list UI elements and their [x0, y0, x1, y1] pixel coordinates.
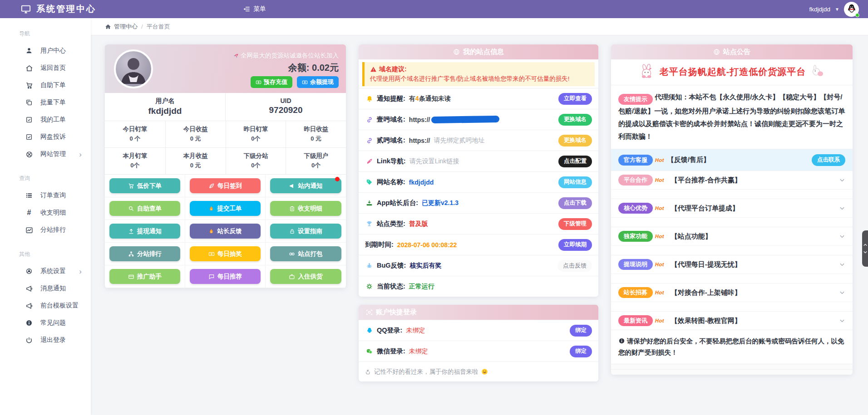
accordion-spacer: [611, 273, 853, 283]
announcement-header: 站点公告: [611, 44, 853, 59]
sub-manage-button[interactable]: 下级管理: [558, 218, 592, 230]
menu-icon: [243, 5, 250, 13]
topbar-username[interactable]: fkdjdjdd: [809, 6, 831, 13]
withdraw-notice-button[interactable]: 提现通知: [109, 224, 180, 239]
gear-icon: [365, 283, 374, 290]
megaphone-icon: [25, 285, 33, 293]
victory-hand-icon: [365, 368, 371, 375]
sidebar-item-faq[interactable]: 常见问题: [0, 314, 91, 332]
unread-count: 4: [415, 95, 419, 102]
daily-recommend-button[interactable]: 每日推荐: [190, 269, 261, 284]
low-price-order-button[interactable]: 低价下单: [109, 178, 180, 193]
edge-scroll-widget[interactable]: [862, 230, 868, 267]
banknote-icon: [256, 79, 261, 85]
finance-detail-button[interactable]: 收支明细: [270, 201, 341, 216]
user-icon: [25, 47, 33, 54]
chevron-down-icon[interactable]: [839, 317, 845, 324]
sidebar-item-site-manage[interactable]: 网站管理 ›: [0, 146, 91, 163]
sidebar-item-branch-rank[interactable]: 分站排行: [0, 221, 91, 239]
daily-checkin-button[interactable]: 每日签到: [190, 178, 261, 193]
domain1-url[interactable]: https://: [409, 116, 430, 123]
sidebar-item-disk-complaint[interactable]: 网盘投诉: [0, 128, 91, 146]
site-package-button[interactable]: 站点打包: [270, 246, 341, 261]
globe-icon: [453, 49, 460, 55]
uid-cell: UID 9720920: [225, 93, 346, 121]
accordion-spacer: [611, 302, 853, 311]
site-notice-button[interactable]: 站内通知: [270, 178, 341, 193]
configure-link-button[interactable]: 点击配置: [558, 156, 592, 167]
recharge-button[interactable]: 预存充值: [251, 76, 292, 88]
chevron-down-icon[interactable]: [839, 261, 845, 268]
view-notices-button[interactable]: 立即查看: [558, 93, 592, 105]
daily-lottery-button[interactable]: 每日抽奖: [190, 246, 261, 261]
menu-toggle[interactable]: 菜单: [243, 5, 266, 13]
sidebar-item-logout[interactable]: 退出登录: [0, 332, 91, 349]
accordion-platform-coop[interactable]: 平台合作 Hot 【平台推荐-合作共赢】: [611, 171, 853, 189]
sidebar-item-self-order[interactable]: 自助下单: [0, 77, 91, 94]
megaphone-icon: [25, 302, 33, 310]
accordion-exclusive-features[interactable]: 独家功能 Hot 【站点功能】: [611, 227, 853, 245]
change-domain2-button[interactable]: 更换域名: [558, 135, 592, 146]
sidebar-item-order-query[interactable]: 订单查询: [0, 187, 91, 204]
info-icon: [618, 337, 625, 344]
chevron-down-icon[interactable]: [839, 177, 845, 183]
accordion-core-advantage[interactable]: 核心优势 Hot 【代理平台订单提成】: [611, 199, 853, 217]
sidebar-item-system-settings[interactable]: 系统设置 ›: [0, 263, 91, 280]
balance-value: 0.02元: [312, 63, 339, 73]
sidebar-item-user-center[interactable]: 用户中心: [0, 42, 91, 59]
link-icon: [365, 137, 374, 144]
chevron-down-icon[interactable]: [839, 233, 845, 239]
bug-feedback-button[interactable]: 点击反馈: [557, 260, 592, 272]
hot-label: Hot: [655, 290, 664, 295]
sidebar-item-my-tickets[interactable]: 我的工单: [0, 111, 91, 128]
sidebar-item-template-settings[interactable]: 前台模板设置: [0, 297, 91, 314]
sidebar-item-notifications[interactable]: 消息通知: [0, 280, 91, 297]
accordion-latest-news[interactable]: 最新资讯 Hot 【效果转图-教程官网】: [611, 311, 853, 330]
hot-label: Hot: [655, 318, 664, 323]
site-info-button[interactable]: 网站信息: [558, 176, 592, 188]
avatar[interactable]: [844, 2, 859, 17]
bind-wechat-button[interactable]: 绑定: [570, 346, 592, 357]
qq-frame-icon: [366, 309, 373, 316]
contact-service-button[interactable]: 点击联系: [812, 154, 845, 166]
sidebar-item-home[interactable]: 返回首页: [0, 59, 91, 77]
bug-row: BuG反馈: 核实后有奖 点击反馈: [359, 255, 598, 276]
promo-helper-button[interactable]: 推广助手: [109, 269, 180, 284]
branch-rank-button[interactable]: 分站排行: [109, 246, 180, 261]
change-domain1-button[interactable]: 更换域名: [558, 114, 592, 126]
megaphone-icon: [289, 183, 295, 189]
submit-ticket-button[interactable]: 提交工单: [190, 201, 261, 216]
topbar: 系统管理中心 菜单 fkdjdjdd ▼: [0, 0, 868, 18]
agent-notice: 友情提示 代理须知：本站不包【永久使用/永久卡】【稳定大号】【封号/包赔/退款】…: [611, 85, 853, 149]
security-footer: 请保护好您的后台安全，不要轻易把您后台的账号或密码告诉任何人，以免您的财产受到损…: [611, 330, 853, 363]
rocket-emoji: [233, 53, 239, 59]
renew-button[interactable]: 立即续期: [558, 239, 592, 251]
app-version-value: 已更新v2.1.3: [422, 199, 459, 207]
accordion-withdraw-info[interactable]: 提现说明 Hot 【代理每日-提现无忧】: [611, 255, 853, 273]
setup-guide-button[interactable]: 设置指南: [270, 224, 341, 239]
briefcase-icon: [289, 273, 295, 280]
wheel-icon: [25, 268, 33, 275]
link-icon: [289, 251, 295, 257]
stat-sub-sites: 下级分站0个: [226, 148, 286, 174]
chart-icon: [25, 226, 33, 234]
bind-qq-button[interactable]: 绑定: [570, 325, 592, 337]
sidebar-item-batch-order[interactable]: 批量下单: [0, 94, 91, 111]
breadcrumb-home[interactable]: 管理中心: [114, 23, 138, 31]
self-query-button[interactable]: 自助查单: [109, 201, 180, 216]
chevron-down-icon[interactable]: [839, 205, 845, 211]
webmaster-feedback-button[interactable]: 站长反馈: [190, 224, 261, 239]
supplier-join-button[interactable]: 入住供货: [270, 269, 341, 284]
sidebar-section-query: 查询: [19, 175, 91, 182]
withdraw-button[interactable]: 余额提现: [297, 76, 339, 88]
sidebar-item-finance-detail[interactable]: # 收支明细: [0, 204, 91, 221]
accordion-webmaster-recruit[interactable]: 站长招募 Hot 【对接合作-上架铺咔】: [611, 283, 853, 302]
expire-row: 到期时间: 2028-07-06 00:08:22 立即续期: [359, 234, 598, 255]
username-value: fkdjdjdd: [105, 106, 225, 116]
profile-avatar[interactable]: [114, 49, 153, 88]
globe-icon: [713, 49, 720, 55]
sidebar-section-nav: 导航: [19, 30, 91, 38]
download-app-button[interactable]: 点击下载: [558, 197, 592, 209]
chevron-down-icon[interactable]: [839, 289, 845, 296]
check-square-icon: [25, 116, 33, 123]
